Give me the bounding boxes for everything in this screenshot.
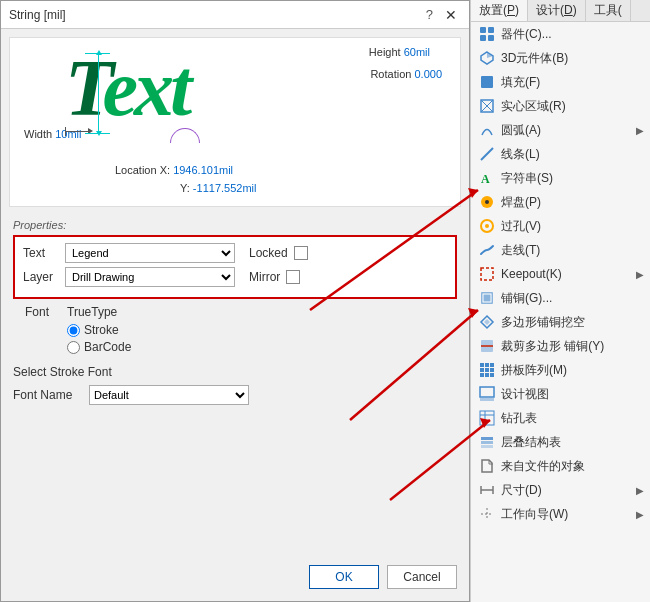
dimension-label: 尺寸(D): [501, 482, 636, 499]
cancel-button[interactable]: Cancel: [387, 565, 457, 589]
tab-place-label: 放置(P): [479, 2, 519, 19]
menu-item-work-guide[interactable]: 工作向导(W) ▶: [471, 502, 650, 526]
svg-rect-23: [480, 363, 484, 367]
svg-rect-34: [480, 411, 494, 425]
font-name-label: Font Name: [13, 388, 83, 402]
barcode-label: BarCode: [84, 340, 131, 354]
file-objects-icon: [477, 456, 497, 476]
fill-label: 填充(F): [501, 74, 644, 91]
svg-rect-6: [481, 76, 493, 88]
menu-item-keepout[interactable]: Keepout(K) ▶: [471, 262, 650, 286]
design-view-icon: [477, 384, 497, 404]
cyan-arrow-bottom: [96, 131, 102, 136]
work-guide-label: 工作向导(W): [501, 506, 636, 523]
solid-region-icon: [477, 96, 497, 116]
cyan-line-left: [98, 53, 99, 133]
arc-icon: [477, 120, 497, 140]
arc-arrow: ▶: [636, 125, 644, 136]
menu-item-copper[interactable]: 铺铜(G)...: [471, 286, 650, 310]
dialog-footer: OK Cancel: [309, 565, 457, 589]
dimension-icon: [477, 480, 497, 500]
via-icon: [477, 216, 497, 236]
menu-item-dimension[interactable]: 尺寸(D) ▶: [471, 478, 650, 502]
keepout-label: Keepout(K): [501, 267, 636, 281]
menu-item-fill[interactable]: 填充(F): [471, 70, 650, 94]
layer-select[interactable]: Drill Drawing: [65, 267, 235, 287]
array-icon: [477, 360, 497, 380]
menu-item-layer-stack[interactable]: 层叠结构表: [471, 430, 650, 454]
width-arrow-vert: [65, 127, 66, 136]
menu-item-file-objects[interactable]: 来自文件的对象: [471, 454, 650, 478]
fill-icon: [477, 72, 497, 92]
svg-rect-2: [480, 35, 486, 41]
svg-rect-16: [481, 268, 493, 280]
preview-area: Text Width 10mil: [9, 37, 461, 207]
menu-item-pad[interactable]: 焊盘(P): [471, 190, 650, 214]
tab-design[interactable]: 设计(D): [528, 0, 586, 21]
via-label: 过孔(V): [501, 218, 644, 235]
svg-rect-26: [480, 368, 484, 372]
grid-icon: [477, 24, 497, 44]
stroke-radio[interactable]: [67, 324, 80, 337]
tab-place[interactable]: 放置(P): [471, 0, 528, 21]
menu-item-line[interactable]: 线条(L): [471, 142, 650, 166]
preview-text: Text: [65, 48, 188, 128]
array-label: 拼板阵列(M): [501, 362, 644, 379]
svg-rect-0: [480, 27, 486, 33]
width-label: Width 10mil: [24, 128, 81, 140]
track-label: 走线(T): [501, 242, 644, 259]
svg-rect-27: [485, 368, 489, 372]
menu-item-component[interactable]: 器件(C)...: [471, 22, 650, 46]
menu-item-solid-region[interactable]: 实心区域(R): [471, 94, 650, 118]
font-name-select[interactable]: Default: [89, 385, 249, 405]
menu-item-track[interactable]: 走线(T): [471, 238, 650, 262]
menu-header: 放置(P) 设计(D) 工具(: [471, 0, 650, 22]
menu-item-array[interactable]: 拼板阵列(M): [471, 358, 650, 382]
menu-item-string[interactable]: A 字符串(S): [471, 166, 650, 190]
menu-item-3d[interactable]: 3D元件体(B): [471, 46, 650, 70]
menu-item-arc[interactable]: 圆弧(A) ▶: [471, 118, 650, 142]
copper-label: 铺铜(G)...: [501, 290, 644, 307]
menu-item-polygon-cutout[interactable]: 多边形铺铜挖空: [471, 310, 650, 334]
svg-rect-30: [485, 373, 489, 377]
layer-label: Layer: [23, 270, 59, 284]
copper-icon: [477, 288, 497, 308]
stroke-radio-row: Stroke: [67, 323, 445, 337]
text-select[interactable]: Legend: [65, 243, 235, 263]
ok-button[interactable]: OK: [309, 565, 379, 589]
work-guide-icon: [477, 504, 497, 524]
location-y-value: -1117.552mil: [193, 182, 257, 194]
font-value: TrueType: [67, 305, 117, 319]
svg-rect-29: [480, 373, 484, 377]
tab-tools[interactable]: 工具(: [586, 0, 631, 21]
svg-line-10: [481, 148, 493, 160]
dialog-controls: ? ✕: [422, 7, 461, 23]
layer-stack-icon: [477, 432, 497, 452]
svg-rect-32: [480, 387, 494, 397]
drill-table-icon: [477, 408, 497, 428]
width-arrow-line: [65, 131, 90, 132]
layer-stack-label: 层叠结构表: [501, 434, 644, 451]
locked-label: Locked: [249, 246, 288, 260]
line-label: 线条(L): [501, 146, 644, 163]
properties-label: Properties:: [13, 219, 457, 231]
help-button[interactable]: ?: [422, 7, 437, 22]
locked-checkbox[interactable]: [294, 246, 308, 260]
pad-label: 焊盘(P): [501, 194, 644, 211]
barcode-radio[interactable]: [67, 341, 80, 354]
menu-items-list: 器件(C)... 3D元件体(B) 填充(F) 实心区域(R): [471, 22, 650, 602]
menu-item-slice-polygon[interactable]: 裁剪多边形 铺铜(Y): [471, 334, 650, 358]
mirror-label: Mirror: [249, 270, 280, 284]
string-dialog: String [mil] ? ✕ Text Width 10mil: [0, 0, 470, 602]
stroke-font-title: Select Stroke Font: [13, 365, 457, 379]
mirror-checkbox[interactable]: [286, 270, 300, 284]
keepout-arrow: ▶: [636, 269, 644, 280]
close-button[interactable]: ✕: [441, 7, 461, 23]
keepout-icon: [477, 264, 497, 284]
svg-rect-33: [480, 398, 494, 401]
barcode-radio-row: BarCode: [67, 340, 445, 354]
location-x-value: 1946.101mil: [173, 164, 233, 176]
menu-item-design-view[interactable]: 设计视图: [471, 382, 650, 406]
menu-item-drill-table[interactable]: 钻孔表: [471, 406, 650, 430]
menu-item-via[interactable]: 过孔(V): [471, 214, 650, 238]
